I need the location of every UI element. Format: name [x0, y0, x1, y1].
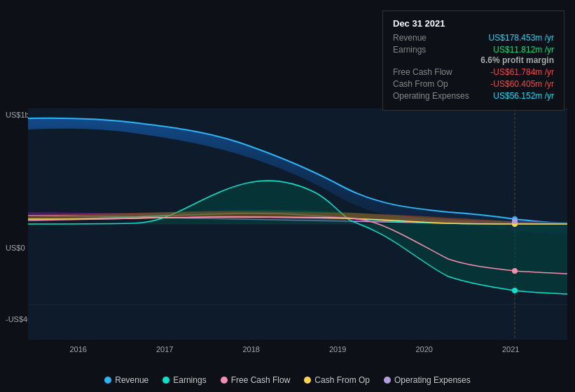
legend-item-fcf[interactable]: Free Cash Flow — [221, 375, 291, 385]
chart-svg — [28, 108, 567, 340]
legend-dot-earnings — [162, 377, 169, 384]
tooltip-value-cashop: -US$60.405m /yr — [490, 79, 554, 89]
x-axis: 2016 2017 2018 2019 2020 2021 — [0, 345, 575, 354]
legend-item-cashop[interactable]: Cash From Op — [304, 375, 370, 385]
legend-label-earnings: Earnings — [173, 375, 206, 385]
tooltip-value-fcf: -US$61.784m /yr — [490, 67, 554, 77]
tooltip-date: Dec 31 2021 — [393, 18, 554, 29]
x-label-2019: 2019 — [329, 345, 346, 354]
legend-dot-revenue — [104, 377, 111, 384]
tooltip-row-fcf: Free Cash Flow -US$61.784m /yr — [393, 67, 554, 77]
tooltip-row-cashop: Cash From Op -US$60.405m /yr — [393, 79, 554, 89]
tooltip-value-revenue: US$178.453m /yr — [489, 33, 554, 43]
legend-item-earnings[interactable]: Earnings — [162, 375, 206, 385]
tooltip-box: Dec 31 2021 Revenue US$178.453m /yr Earn… — [382, 10, 564, 111]
legend-label-cashop: Cash From Op — [314, 375, 370, 385]
svg-point-9 — [512, 268, 518, 274]
legend-label-opex: Operating Expenses — [394, 375, 471, 385]
tooltip-value-opex: US$56.152m /yr — [493, 91, 554, 101]
tooltip-label-revenue: Revenue — [393, 33, 470, 43]
tooltip-label-fcf: Free Cash Flow — [393, 67, 470, 77]
x-label-2020: 2020 — [416, 345, 433, 354]
legend-item-opex[interactable]: Operating Expenses — [384, 375, 471, 385]
chart-container: Dec 31 2021 Revenue US$178.453m /yr Earn… — [0, 0, 575, 392]
legend-label-fcf: Free Cash Flow — [231, 375, 291, 385]
legend-dot-opex — [384, 377, 391, 384]
x-label-2016: 2016 — [70, 345, 87, 354]
tooltip-label-cashop: Cash From Op — [393, 79, 470, 89]
tooltip-value-earnings: US$11.812m /yr — [493, 45, 554, 55]
tooltip-row-earnings: Earnings US$11.812m /yr — [393, 45, 554, 55]
tooltip-row-revenue: Revenue US$178.453m /yr — [393, 33, 554, 43]
x-label-2018: 2018 — [243, 345, 260, 354]
tooltip-label-opex: Operating Expenses — [393, 91, 470, 101]
y-label-1b: US$1b — [6, 111, 29, 119]
svg-point-8 — [512, 288, 518, 293]
legend: Revenue Earnings Free Cash Flow Cash Fro… — [0, 375, 575, 385]
tooltip-label-earnings: Earnings — [393, 45, 470, 55]
legend-dot-cashop — [304, 377, 311, 384]
x-label-2021: 2021 — [502, 345, 519, 354]
x-label-2017: 2017 — [156, 345, 173, 354]
svg-point-10 — [512, 218, 518, 224]
y-label-0: US$0 — [6, 244, 25, 252]
legend-dot-fcf — [221, 377, 228, 384]
tooltip-margin: 6.6% profit margin — [393, 55, 554, 65]
legend-item-revenue[interactable]: Revenue — [104, 375, 148, 385]
legend-label-revenue: Revenue — [115, 375, 148, 385]
tooltip-row-opex: Operating Expenses US$56.152m /yr — [393, 91, 554, 101]
